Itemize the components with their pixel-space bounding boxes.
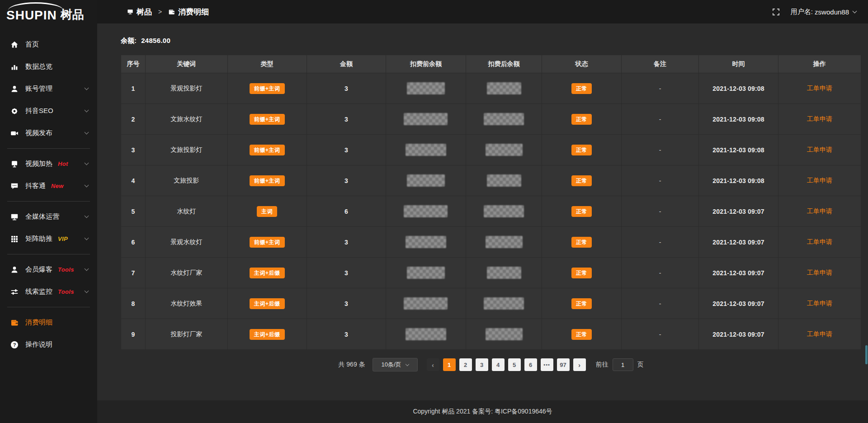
main-column: 树品 > 消费明细 用户名: zswodun88 余额: 24856.00 bbox=[97, 0, 868, 423]
cell-remark: - bbox=[621, 227, 699, 258]
column-header-操作: 操作 bbox=[778, 55, 861, 73]
page-button-6[interactable]: 6 bbox=[524, 358, 537, 371]
sidebar-item-label: 数据总览 bbox=[25, 62, 52, 71]
status-badge: 正常 bbox=[571, 114, 592, 125]
cell-remark: - bbox=[621, 319, 699, 350]
table-row: 4文旅投影前缀+主词3正常-2021-12-03 09:08工单申请 bbox=[121, 165, 861, 196]
cell-type: 前缀+主词 bbox=[227, 73, 307, 104]
menu-divider bbox=[7, 307, 90, 307]
sidebar-item-视频加热[interactable]: 视频加热Hot bbox=[0, 153, 97, 175]
next-page-button[interactable]: › bbox=[573, 358, 586, 371]
column-header-扣费后余额: 扣费后余额 bbox=[466, 55, 542, 73]
table-row: 3文旅投影灯前缀+主词3正常-2021-12-03 09:08工单申请 bbox=[121, 135, 861, 165]
sidebar-item-账号管理[interactable]: 账号管理 bbox=[0, 78, 97, 100]
work-order-link[interactable]: 工单申请 bbox=[807, 300, 832, 307]
work-order-link[interactable]: 工单申请 bbox=[807, 146, 832, 153]
cell-keyword: 景观水纹灯 bbox=[146, 227, 228, 258]
breadcrumb-home-link[interactable]: 树品 bbox=[137, 7, 152, 17]
type-badge: 主词 bbox=[257, 206, 277, 217]
cell-action: 工单申请 bbox=[778, 73, 861, 104]
cell-balance-after bbox=[466, 196, 542, 227]
sidebar-item-线索监控[interactable]: 线索监控Tools bbox=[0, 281, 97, 303]
chevron-down-icon bbox=[85, 183, 89, 188]
gear-icon bbox=[10, 107, 19, 115]
work-order-link[interactable]: 工单申请 bbox=[807, 177, 832, 184]
cell-amount: 6 bbox=[307, 196, 386, 227]
redacted-balance-after bbox=[484, 297, 524, 310]
sidebar-item-badge: Tools bbox=[58, 288, 74, 295]
sidebar-item-label: 抖客通 bbox=[25, 182, 46, 190]
page-size-select[interactable]: 10条/页 bbox=[373, 358, 418, 371]
sidebar-item-抖音SEO[interactable]: 抖音SEO bbox=[0, 100, 97, 122]
work-order-link[interactable]: 工单申请 bbox=[807, 207, 832, 215]
page-button-2[interactable]: 2 bbox=[459, 358, 472, 371]
work-order-link[interactable]: 工单申请 bbox=[807, 115, 832, 122]
redacted-balance-before bbox=[404, 113, 448, 125]
sidebar-item-抖客通[interactable]: 抖客通New bbox=[0, 175, 97, 197]
page-button-4[interactable]: 4 bbox=[492, 358, 505, 371]
cell-type: 前缀+主词 bbox=[227, 104, 307, 135]
column-header-备注: 备注 bbox=[621, 55, 699, 73]
sidebar-item-全媒体运营[interactable]: 全媒体运营 bbox=[0, 206, 97, 228]
table-row: 2文旅水纹灯前缀+主词3正常-2021-12-03 09:08工单申请 bbox=[121, 104, 861, 135]
breadcrumb: 树品 > 消费明细 bbox=[127, 7, 209, 17]
cell-action: 工单申请 bbox=[778, 227, 861, 258]
page-button-5[interactable]: 5 bbox=[508, 358, 521, 371]
sidebar-item-矩阵助推[interactable]: 矩阵助推VIP bbox=[0, 228, 97, 250]
cell-keyword: 文旅投影 bbox=[146, 165, 228, 196]
sidebar-item-label: 抖音SEO bbox=[25, 107, 53, 115]
member-icon bbox=[10, 266, 19, 274]
work-order-link[interactable]: 工单申请 bbox=[807, 238, 832, 245]
cell-time: 2021-12-03 09:08 bbox=[699, 73, 778, 104]
balance-display: 余额: 24856.00 bbox=[121, 37, 861, 45]
cell-amount: 3 bbox=[307, 104, 386, 135]
column-header-时间: 时间 bbox=[699, 55, 778, 73]
cell-balance-before bbox=[386, 135, 466, 165]
page-button-97[interactable]: 97 bbox=[557, 358, 570, 371]
sidebar-item-消费明细[interactable]: 消费明细 bbox=[0, 311, 97, 334]
sidebar-item-首页[interactable]: 首页 bbox=[0, 33, 97, 56]
type-badge: 前缀+主词 bbox=[250, 237, 285, 248]
cell-remark: - bbox=[621, 196, 699, 227]
sidebar-item-label: 全媒体运营 bbox=[25, 212, 59, 221]
sidebar-item-数据总览[interactable]: 数据总览 bbox=[0, 56, 97, 78]
username-value: zswodun88 bbox=[815, 8, 849, 16]
redacted-balance-before bbox=[406, 144, 446, 156]
cell-amount: 3 bbox=[307, 227, 386, 258]
work-order-link[interactable]: 工单申请 bbox=[807, 85, 832, 92]
cell-type: 前缀+主词 bbox=[227, 135, 307, 165]
goto-label: 前往 bbox=[596, 361, 609, 369]
column-header-扣费前余额: 扣费前余额 bbox=[386, 55, 466, 73]
goto-page-input[interactable] bbox=[613, 358, 633, 371]
chevron-down-icon bbox=[85, 161, 89, 165]
table-header-row: 序号关键词类型金额扣费前余额扣费后余额状态备注时间操作 bbox=[121, 55, 861, 73]
cell-index: 3 bbox=[121, 135, 146, 165]
sidebar-item-操作说明[interactable]: ?操作说明 bbox=[0, 334, 97, 356]
redacted-balance-after bbox=[484, 205, 524, 217]
cell-time: 2021-12-03 09:08 bbox=[699, 135, 778, 165]
copyright-footer: Copyright 树品 2021 备案号: 粤ICP备09019646号 bbox=[97, 400, 868, 423]
logo-text-cn: 树品 bbox=[61, 7, 84, 23]
prev-page-button[interactable]: ‹ bbox=[427, 358, 439, 371]
cell-action: 工单申请 bbox=[778, 319, 861, 350]
column-header-金额: 金额 bbox=[307, 55, 386, 73]
status-badge: 正常 bbox=[571, 329, 592, 340]
sidebar-item-badge: VIP bbox=[58, 235, 68, 242]
sidebar-item-视频发布[interactable]: 视频发布 bbox=[0, 122, 97, 144]
user-dropdown[interactable]: 用户名: zswodun88 bbox=[791, 8, 856, 16]
work-order-link[interactable]: 工单申请 bbox=[807, 330, 832, 338]
chat-icon bbox=[10, 182, 19, 190]
page-button-1[interactable]: 1 bbox=[443, 358, 456, 371]
column-header-类型: 类型 bbox=[227, 55, 307, 73]
cell-time: 2021-12-03 09:07 bbox=[699, 319, 778, 350]
cell-remark: - bbox=[621, 288, 699, 319]
cell-status: 正常 bbox=[542, 288, 621, 319]
sidebar-item-会员爆客[interactable]: 会员爆客Tools bbox=[0, 258, 97, 281]
fullscreen-icon[interactable] bbox=[772, 8, 780, 16]
page-button-3[interactable]: 3 bbox=[476, 358, 488, 371]
scrollbar-thumb[interactable] bbox=[865, 345, 868, 364]
cell-keyword: 水纹灯效果 bbox=[146, 288, 228, 319]
page-ellipsis-button[interactable]: ••• bbox=[541, 358, 553, 371]
work-order-link[interactable]: 工单申请 bbox=[807, 269, 832, 276]
cell-index: 2 bbox=[121, 104, 146, 135]
